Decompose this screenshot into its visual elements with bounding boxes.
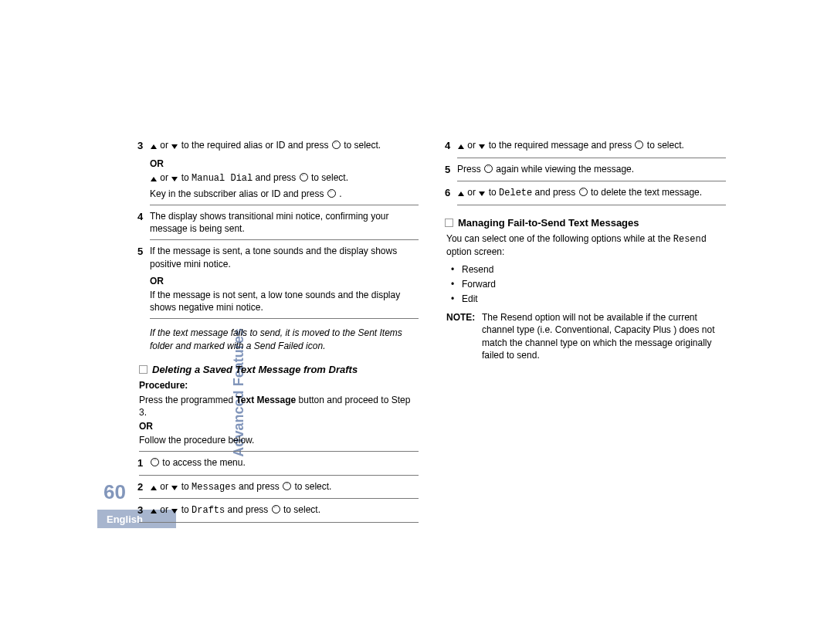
text: or	[467, 140, 478, 151]
text: to select.	[294, 481, 331, 492]
divider	[139, 522, 419, 523]
step-num-5: 5	[137, 245, 150, 269]
text: to the required message and press	[489, 140, 635, 151]
r-step-5-body: Press again while viewing the message.	[457, 163, 726, 177]
options-list: • Resend • Forward • Edit	[451, 263, 726, 306]
menu-item-messages: Messages	[192, 482, 236, 493]
follow-text: Follow the procedure below.	[139, 434, 419, 446]
menu-item-resend: Resend	[673, 234, 707, 245]
or-label: OR	[150, 158, 419, 170]
text: to select.	[344, 140, 381, 151]
list-item: • Resend	[451, 263, 726, 276]
step-num-5: 5	[445, 163, 457, 177]
d-step-2: 2 or to Messages and press to select.	[137, 480, 419, 494]
step-num-3: 3	[137, 503, 150, 517]
step-num-2: 2	[137, 480, 150, 494]
r-step-4: 4 or to the required message and press t…	[445, 139, 726, 153]
d-step-2-body: or to Messages and press to select.	[150, 480, 419, 494]
divider	[457, 205, 726, 205]
text: and press	[228, 504, 271, 515]
or-label: OR	[150, 275, 419, 287]
text: You can select one of the following opti…	[446, 233, 673, 244]
text: Press the programmed	[139, 395, 236, 405]
menu-item-delete: Delete	[499, 188, 532, 198]
divider	[150, 318, 419, 319]
up-icon	[151, 177, 157, 181]
ok-icon	[579, 188, 588, 196]
section-icon	[445, 219, 453, 227]
text: option screen:	[446, 246, 504, 257]
text: to select.	[283, 504, 320, 515]
divider	[150, 205, 419, 205]
content-columns: 3 or to the required alias or ID and pre…	[137, 137, 732, 527]
up-icon	[151, 509, 157, 514]
list-item: • Edit	[451, 293, 726, 305]
ok-icon	[327, 189, 336, 198]
bullet-icon: •	[451, 293, 462, 305]
step-num-4: 4	[445, 139, 457, 153]
heading-text: Managing Fail-to-Send Text Messages	[458, 216, 639, 230]
menu-item-drafts: Drafts	[192, 505, 225, 516]
ok-icon	[484, 164, 493, 173]
divider	[139, 451, 419, 452]
text: Key in the subscriber alias or ID and pr…	[150, 188, 327, 199]
down-icon	[171, 509, 178, 514]
divider	[457, 158, 726, 158]
text: to the required alias or ID and press	[181, 140, 331, 151]
text: or	[467, 187, 478, 198]
step-5-body: If the message is sent, a tone sounds an…	[150, 245, 419, 269]
down-icon	[171, 144, 178, 149]
option-label: Resend	[462, 263, 493, 276]
text: or	[160, 481, 171, 492]
text: to select.	[647, 140, 684, 151]
step-4-body: The display shows transitional mini noti…	[150, 210, 419, 235]
procedure-label: Procedure:	[139, 379, 419, 391]
r-step-6: 6 or to Delete and press to delete the t…	[445, 186, 726, 200]
bullet-icon: •	[451, 278, 462, 290]
divider	[457, 181, 726, 181]
step-5-alt: If the message is not sent, a low tone s…	[150, 289, 419, 314]
ok-icon	[300, 173, 308, 181]
r-step-4-body: or to the required message and press to …	[457, 139, 726, 153]
list-item: • Forward	[451, 278, 726, 290]
text: to	[181, 504, 192, 515]
text: to	[181, 172, 192, 183]
text: or	[160, 172, 171, 183]
r-step-6-body: or to Delete and press to delete the tex…	[457, 186, 726, 200]
ok-icon	[151, 458, 159, 466]
note-body: The Resend option will not be available …	[482, 311, 726, 361]
up-icon	[151, 486, 157, 490]
heading-text: Deleting a Saved Text Message from Draft…	[152, 363, 358, 377]
text: and press	[256, 172, 299, 183]
text: .	[339, 188, 341, 199]
manual-page: Advanced Features 60 English 3 or to the…	[0, 0, 834, 644]
option-label: Forward	[462, 278, 496, 290]
step-num-1: 1	[137, 456, 150, 470]
up-icon	[458, 144, 464, 149]
section-icon	[139, 365, 147, 374]
text: to	[489, 187, 499, 198]
down-icon	[479, 192, 485, 196]
step-3-keyin: Key in the subscriber alias or ID and pr…	[150, 188, 419, 200]
text: to select.	[311, 172, 348, 183]
step-num-4: 4	[137, 210, 150, 235]
step-4: 4 The display shows transitional mini no…	[137, 210, 419, 235]
up-icon	[458, 192, 464, 196]
menu-item-manual-dial: Manual Dial	[192, 173, 253, 184]
down-icon	[171, 177, 178, 181]
d-step-3-body: or to Drafts and press to select.	[150, 503, 419, 517]
step-5: 5 If the message is sent, a tone sounds …	[137, 245, 419, 269]
text: or	[160, 140, 171, 151]
step-3-body: or to the required alias or ID and press…	[150, 139, 419, 153]
note-label: NOTE:	[446, 311, 482, 361]
divider	[139, 498, 419, 499]
divider	[139, 475, 419, 476]
note: NOTE: The Resend option will not be avai…	[446, 311, 726, 361]
text: again while viewing the message.	[496, 164, 634, 175]
left-column: 3 or to the required alias or ID and pre…	[137, 137, 423, 527]
fail-note: If the text message fails to send, it is…	[150, 327, 419, 351]
text: to delete the text message.	[591, 187, 702, 198]
text: Press	[457, 164, 483, 175]
step-num-3: 3	[137, 139, 150, 153]
text: to access the menu.	[162, 457, 245, 468]
